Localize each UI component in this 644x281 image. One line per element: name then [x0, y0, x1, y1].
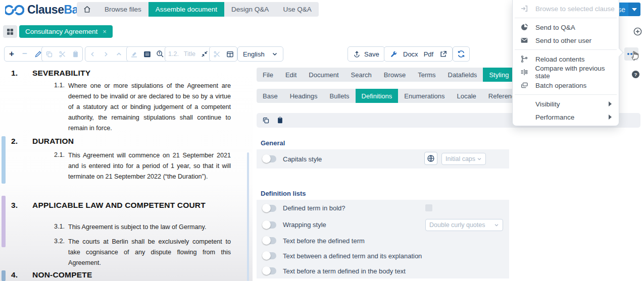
- language-value: English: [243, 50, 265, 58]
- defined-term-bold-toggle[interactable]: [263, 205, 276, 212]
- refresh-button[interactable]: [453, 46, 470, 62]
- help-icon[interactable]: ?: [631, 70, 640, 79]
- menu-batch-operations[interactable]: Batch operations: [513, 79, 619, 92]
- menu-visibility[interactable]: Visibility: [513, 97, 619, 110]
- edit-clause-button[interactable]: [34, 50, 42, 58]
- text-before-defined-term-toggle[interactable]: [263, 237, 276, 244]
- nav-browse-files[interactable]: Browse files: [97, 2, 148, 17]
- export-pdf-button[interactable]: Pdf: [424, 50, 434, 58]
- tab-edit[interactable]: Edit: [279, 68, 303, 82]
- menu-item-label: Visibility: [535, 100, 560, 108]
- tab-document[interactable]: Document: [303, 68, 344, 82]
- menu-item-label: Performance: [535, 114, 574, 121]
- menu-reload-contents[interactable]: Reload contents: [513, 52, 619, 66]
- paste-styles-button[interactable]: [276, 117, 284, 125]
- tab-terms[interactable]: Terms: [412, 68, 441, 82]
- subtab-bullets[interactable]: Bullets: [324, 89, 356, 103]
- add-clause-button[interactable]: +: [8, 50, 16, 58]
- split-button[interactable]: [213, 50, 221, 58]
- nav-design-qa[interactable]: Design Q&A: [224, 2, 276, 17]
- menu-send-to-qa[interactable]: Send to Q&A: [513, 21, 619, 34]
- list-view-button[interactable]: [143, 50, 151, 58]
- circle-plus-icon[interactable]: [633, 27, 642, 36]
- menu-send-to-other-user[interactable]: Send to other user: [513, 34, 619, 47]
- text-before-defined-term-label: Text before the defined term: [283, 237, 365, 245]
- tab-overview-button[interactable]: [3, 25, 17, 38]
- nav-assemble-document[interactable]: Assemble document: [148, 2, 224, 17]
- subtab-enumerations[interactable]: Enumerations: [398, 89, 451, 103]
- title-numbering: 1.2.: [168, 50, 179, 58]
- table-button[interactable]: [226, 50, 234, 58]
- defined-term-bold-row: Defined term in bold?: [257, 200, 509, 216]
- nav-prev-button[interactable]: [88, 50, 96, 58]
- section-number: 3.: [11, 201, 18, 210]
- nav-next-button[interactable]: [102, 50, 110, 58]
- subtab-base[interactable]: Base: [257, 89, 284, 103]
- section-number: 1.: [11, 69, 18, 78]
- use-split-caret[interactable]: [628, 3, 640, 16]
- text-before-body-term-label: Text before a term defined in the body t…: [283, 267, 406, 275]
- git-branch-icon: [520, 55, 528, 63]
- cut-button[interactable]: [58, 50, 66, 58]
- compare-bars-icon: [520, 68, 528, 76]
- defined-term-bold-checkbox[interactable]: [425, 204, 432, 211]
- subtab-headings[interactable]: Headings: [284, 89, 324, 103]
- tab-file[interactable]: File: [257, 68, 279, 82]
- section-title: SEVERABILITY: [32, 69, 90, 78]
- save-button[interactable]: Save: [348, 46, 385, 62]
- list-view-icon: [143, 50, 151, 58]
- copy-styles-button[interactable]: [262, 117, 270, 125]
- menu-item-label: Reload contents: [535, 55, 585, 63]
- tab-datafields[interactable]: Datafields: [442, 68, 483, 82]
- zoom-text-button[interactable]: T: [156, 50, 164, 58]
- subtab-definitions[interactable]: Definitions: [356, 89, 399, 103]
- menu-item-label: Browse to selected clause: [535, 5, 615, 13]
- open-external-button[interactable]: [439, 50, 447, 58]
- remove-clause-button[interactable]: −: [21, 50, 29, 58]
- subtab-locale[interactable]: Locale: [451, 89, 482, 103]
- close-icon[interactable]: ×: [103, 28, 107, 35]
- tab-browse[interactable]: Browse: [378, 68, 412, 82]
- tab-styling[interactable]: Styling: [483, 68, 515, 82]
- tab-search[interactable]: Search: [345, 68, 378, 82]
- wrapping-style-toggle[interactable]: [263, 221, 276, 229]
- submenu-arrow-icon: [609, 101, 612, 106]
- language-select[interactable]: English: [237, 46, 283, 62]
- wrapping-style-select[interactable]: Double curly quotes: [425, 219, 503, 231]
- globe-icon: [427, 154, 435, 162]
- title-display-group[interactable]: 1.2. Title: [165, 46, 212, 62]
- home-button[interactable]: [77, 2, 97, 17]
- copy-button[interactable]: [45, 50, 53, 58]
- menu-performance[interactable]: Performance: [513, 110, 619, 124]
- highlight-button[interactable]: [130, 50, 138, 58]
- document-tab[interactable]: Consultancy Agreement ×: [19, 25, 113, 38]
- capitals-style-value: Initial caps: [445, 155, 475, 162]
- capitals-locale-button[interactable]: [424, 152, 437, 165]
- pie-circle-icon: [520, 23, 528, 31]
- document-scrollbar[interactable]: [247, 152, 249, 281]
- paste-button[interactable]: [71, 50, 79, 58]
- marker-pen-icon: [130, 50, 138, 58]
- text-before-body-term-toggle[interactable]: [263, 267, 276, 274]
- capitals-style-select[interactable]: Initial caps: [441, 153, 486, 165]
- text-between-term-toggle[interactable]: [263, 252, 276, 259]
- text-before-defined-term-row: Text before the defined term: [257, 233, 509, 248]
- stacked-cards-icon: [520, 81, 528, 89]
- nav-use-qa[interactable]: Use Q&A: [276, 2, 318, 17]
- wrapping-style-value: Double curly quotes: [429, 221, 485, 229]
- menu-compare-previous-state[interactable]: Compare with previous state: [513, 66, 619, 79]
- capitals-style-toggle[interactable]: [263, 155, 276, 162]
- pencil-icon: [34, 50, 42, 58]
- capitals-style-label: Capitals style: [283, 155, 322, 163]
- menu-item-label: Send to other user: [535, 37, 591, 44]
- copy-icon: [262, 117, 270, 124]
- section-title: NON-COMPETE: [32, 270, 92, 279]
- top-navigation: Browse files Assemble document Design Q&…: [77, 2, 319, 17]
- export-docx-button[interactable]: Docx: [403, 50, 418, 58]
- menu-browse-to-selected-clause[interactable]: Browse to selected clause: [513, 2, 619, 15]
- nav-up-button[interactable]: [115, 50, 123, 58]
- clause-number: 3.2.: [54, 238, 65, 245]
- collapse-button[interactable]: [201, 50, 209, 58]
- save-upload-icon: [353, 50, 361, 58]
- export-settings-button[interactable]: [389, 50, 398, 58]
